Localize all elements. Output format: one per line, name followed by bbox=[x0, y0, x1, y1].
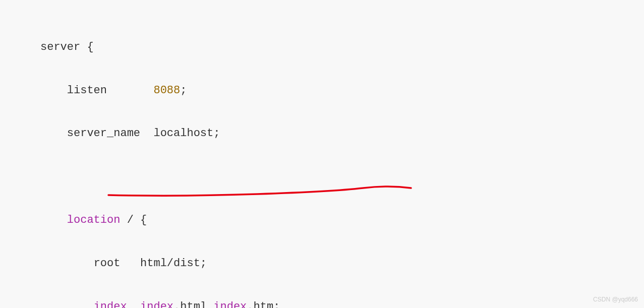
watermark-text: CSDN @yqd666 bbox=[593, 294, 638, 305]
nginx-config-code: server { listen 8088; server_name localh… bbox=[0, 0, 644, 308]
